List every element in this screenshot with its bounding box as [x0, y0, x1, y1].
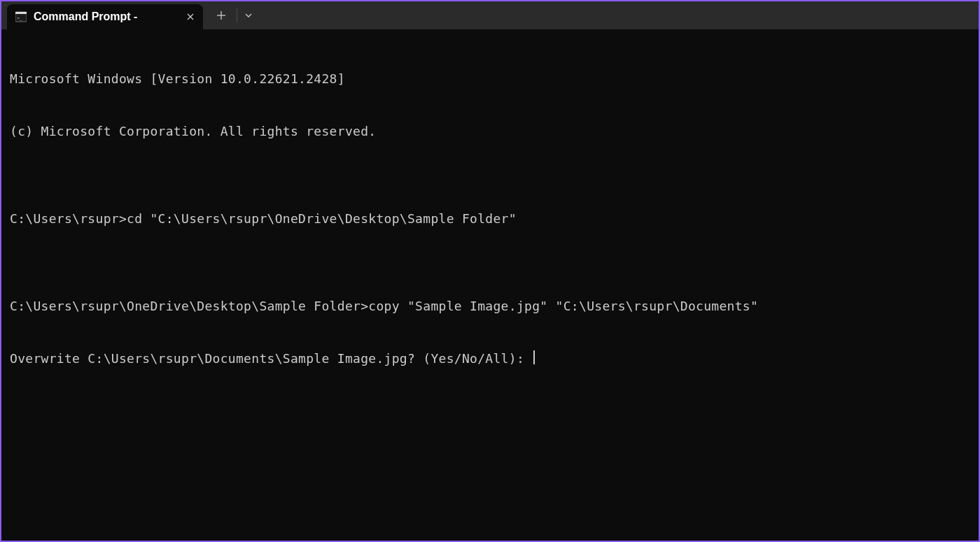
tab-title: Command Prompt - — [34, 10, 176, 23]
cursor — [533, 350, 535, 364]
terminal-line: C:\Users\rsupr\OneDrive\Desktop\Sample F… — [10, 297, 970, 315]
titlebar[interactable]: >_ Command Prompt - — [1, 1, 979, 29]
terminal-line: (c) Microsoft Corporation. All rights re… — [10, 122, 970, 140]
tab-close-button[interactable] — [183, 10, 197, 24]
terminal-line: C:\Users\rsupr>cd "C:\Users\rsupr\OneDri… — [10, 210, 970, 227]
terminal-content[interactable]: Microsoft Windows [Version 10.0.22621.24… — [1, 29, 979, 541]
terminal-prompt-line: Overwrite C:\Users\rsupr\Documents\Sampl… — [10, 350, 970, 367]
tab-command-prompt[interactable]: >_ Command Prompt - — [7, 4, 203, 29]
tab-dropdown-button[interactable] — [237, 1, 260, 29]
svg-rect-1 — [15, 12, 27, 14]
titlebar-controls — [203, 1, 260, 29]
command-prompt-icon: >_ — [15, 11, 27, 22]
new-tab-button[interactable] — [206, 1, 237, 29]
terminal-prompt-text: Overwrite C:\Users\rsupr\Documents\Sampl… — [10, 351, 532, 366]
svg-text:>_: >_ — [18, 15, 23, 21]
terminal-window: >_ Command Prompt - — [1, 1, 979, 541]
terminal-line: Microsoft Windows [Version 10.0.22621.24… — [10, 70, 970, 87]
